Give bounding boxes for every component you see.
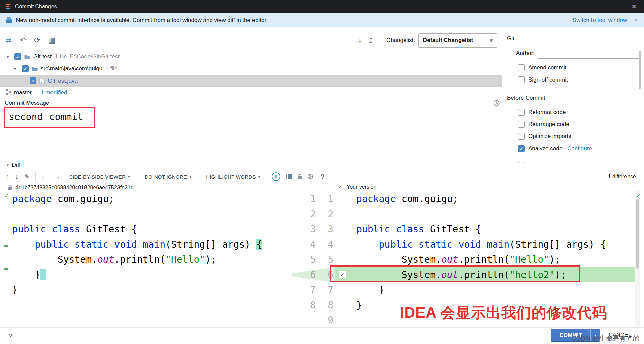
divider bbox=[35, 172, 36, 181]
svg-text:J: J bbox=[41, 80, 43, 83]
git-section-title: Git bbox=[507, 35, 514, 42]
code-line: System.out.println("Hello"); bbox=[12, 252, 291, 267]
window-close-button[interactable]: ✕ bbox=[629, 3, 639, 10]
sidebar-scrollbar[interactable] bbox=[639, 51, 641, 89]
checkbox[interactable] bbox=[518, 76, 525, 83]
checkbox-row-reformat-code[interactable]: Reformat code bbox=[518, 106, 638, 118]
checkbox-label: Optimize imports bbox=[528, 133, 571, 140]
collapse-unchanged-icon[interactable]: ⇵ bbox=[272, 172, 280, 181]
commit-toolbar: ⇄ ↶ ⟳ ▦ ↧ ↥ Changelist: Default Changeli… bbox=[0, 32, 502, 49]
viewer-dropdown[interactable]: SIDE-BY-SIDE VIEWER ▾ bbox=[69, 174, 130, 180]
switch-to-tool-window-link[interactable]: Switch to tool window bbox=[573, 17, 628, 24]
lock-scrolling-icon[interactable] bbox=[297, 174, 302, 180]
line-numbers: 33 bbox=[292, 222, 347, 237]
code-line: package com.guigu; bbox=[12, 191, 291, 207]
chevron-down-icon: ▾ bbox=[258, 175, 260, 179]
checkbox[interactable] bbox=[518, 109, 525, 116]
file-checkbox[interactable]: ✓ bbox=[30, 77, 36, 84]
revision-hash: 4d1b73748325c0688420401820e6ae47523fe21d bbox=[15, 185, 134, 191]
left-code-panel: package com.guigu;public class GitTest {… bbox=[12, 191, 291, 328]
collapse-triangle-icon[interactable]: ▾ bbox=[7, 163, 9, 168]
checkbox-label: Sign-off commit bbox=[528, 76, 568, 83]
whitespace-dropdown[interactable]: DO NOT IGNORE ▾ bbox=[145, 174, 191, 180]
modified-files-link[interactable]: 1 modified bbox=[41, 89, 67, 96]
code-line bbox=[12, 313, 291, 328]
folder-icon bbox=[24, 54, 30, 59]
checkbox-row-rearrange-code[interactable]: Rearrange code bbox=[518, 118, 638, 130]
author-label: Author: bbox=[516, 50, 535, 57]
line-numbers: 44 bbox=[292, 237, 347, 252]
annotation-text: IDEA 会显示出我们的修改代码 bbox=[400, 303, 607, 323]
code-line bbox=[12, 298, 291, 313]
code-line: } bbox=[12, 282, 291, 298]
commit-message-header: Commit Message bbox=[0, 99, 502, 107]
source-folder-icon bbox=[32, 66, 38, 71]
lock-icon bbox=[8, 185, 12, 190]
checkbox[interactable]: ✓ bbox=[518, 145, 525, 152]
changes-tree: ▾ ✓ Git-test 1 file E:\Code\Git\Git-test… bbox=[0, 51, 502, 87]
diff-section-title: Diff bbox=[12, 162, 21, 168]
checkbox-row-amend-commit[interactable]: Amend commit bbox=[518, 62, 638, 74]
checkbox-row-optimize-imports[interactable]: Optimize imports bbox=[518, 130, 638, 143]
sync-scrolling-icon[interactable] bbox=[286, 174, 292, 179]
folder-checkbox[interactable]: ✓ bbox=[22, 65, 29, 72]
show-diff-icon[interactable]: ⇄ bbox=[5, 36, 11, 45]
gift-icon bbox=[6, 17, 12, 23]
edit-source-icon[interactable]: ✎ bbox=[24, 173, 30, 181]
changelist-dropdown[interactable]: Default Changelist ▾ bbox=[418, 33, 497, 48]
checkbox[interactable] bbox=[518, 133, 525, 140]
code-line: public class GitTest { bbox=[356, 222, 635, 237]
divider bbox=[347, 191, 347, 327]
chevron-down-icon: ▾ bbox=[189, 175, 191, 179]
line-numbers: 77 bbox=[292, 282, 347, 298]
dialog-help-button[interactable]: ? bbox=[9, 332, 12, 340]
line-numbers: 22 bbox=[292, 207, 347, 222]
compare-previous-file-icon[interactable]: ← bbox=[41, 173, 48, 181]
folder-name: src\main\java\com\guigu bbox=[41, 65, 102, 72]
java-file-icon: J bbox=[39, 78, 45, 84]
refresh-icon[interactable]: ⟳ bbox=[34, 36, 40, 45]
diff-scrollbar-thumb[interactable] bbox=[636, 199, 639, 269]
help-icon[interactable]: ? bbox=[321, 173, 325, 180]
highlight-dropdown[interactable]: HIGHLIGHT WORDS ▾ bbox=[206, 174, 260, 180]
checkbox-row-analyze-code[interactable]: ✓Analyze codeConfigure bbox=[518, 143, 638, 155]
checkbox[interactable] bbox=[518, 64, 525, 71]
project-name: Git-test bbox=[33, 53, 52, 60]
group-by-icon[interactable]: ▦ bbox=[48, 36, 55, 45]
tree-row-root[interactable]: ▾ ✓ Git-test 1 file E:\Code\Git\Git-test bbox=[0, 51, 502, 63]
whitespace-dropdown-label: DO NOT IGNORE bbox=[145, 174, 187, 180]
rollback-icon[interactable]: ↶ bbox=[20, 36, 26, 45]
next-difference-icon[interactable]: ↓ bbox=[15, 173, 19, 181]
before-commit-header: Before Commit bbox=[507, 95, 636, 101]
checkbox-row-sign-off-commit[interactable]: Sign-off commit bbox=[518, 74, 638, 86]
git-checkbox-list: Amend commitSign-off commit bbox=[518, 62, 638, 86]
compare-next-file-icon[interactable]: → bbox=[54, 173, 61, 181]
chevron-down-icon[interactable]: ▾ bbox=[487, 34, 496, 47]
branch-row: master 1 modified bbox=[0, 88, 67, 98]
checkbox-label: Reformat code bbox=[528, 109, 566, 116]
checkbox-label: Rearrange code bbox=[528, 121, 569, 128]
root-checkbox[interactable]: ✓ bbox=[14, 53, 21, 60]
before-commit-title: Before Commit bbox=[507, 95, 545, 101]
git-options-panel: Git Author: Amend commitSign-off commit … bbox=[505, 32, 641, 163]
viewer-dropdown-label: SIDE-BY-SIDE VIEWER bbox=[69, 174, 126, 180]
chevron-down-icon[interactable]: ▾ bbox=[7, 54, 11, 59]
author-input[interactable] bbox=[538, 48, 641, 59]
gear-icon[interactable]: ⚙ bbox=[308, 173, 314, 181]
file-name: GitTest.java bbox=[48, 77, 78, 84]
tree-row-file-selected[interactable]: ✓ J GitTest.java bbox=[0, 75, 502, 87]
previous-difference-icon[interactable]: ↑ bbox=[6, 173, 10, 181]
expand-all-icon[interactable]: ↧ bbox=[357, 36, 363, 44]
divider bbox=[518, 39, 632, 39]
collapse-all-icon[interactable]: ↥ bbox=[368, 36, 374, 44]
history-clock-icon[interactable] bbox=[493, 100, 500, 106]
checkbox[interactable] bbox=[518, 121, 525, 128]
configure-link[interactable]: Configure bbox=[567, 145, 592, 152]
banner-close-icon[interactable]: ✕ bbox=[634, 18, 638, 23]
tree-row-folder[interactable]: ▾ ✓ src\main\java\com\guigu 1 file bbox=[0, 63, 502, 75]
titlebar: Commit Changes ✕ bbox=[0, 0, 644, 13]
your-version-label: Your version bbox=[347, 184, 376, 190]
include-all-changes-checkbox[interactable]: ✓ bbox=[337, 184, 343, 190]
divider bbox=[10, 191, 10, 327]
chevron-down-icon[interactable]: ▾ bbox=[14, 66, 19, 71]
